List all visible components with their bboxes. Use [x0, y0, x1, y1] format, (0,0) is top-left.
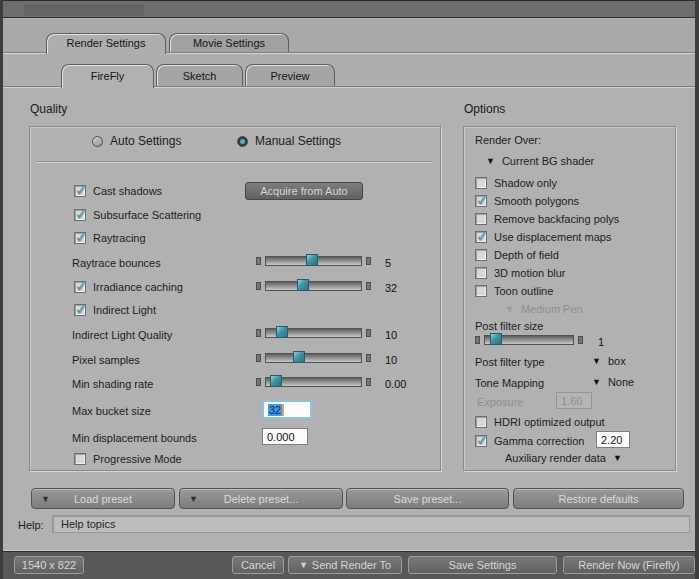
delete-preset-button[interactable]: ▼ Delete preset... [179, 488, 343, 509]
restore-defaults-label: Restore defaults [558, 493, 638, 505]
slider-left-cap[interactable] [256, 282, 261, 290]
post-filter-size-slider[interactable] [475, 335, 583, 345]
title-bar[interactable] [1, 1, 698, 18]
render-over-dropdown[interactable]: ▼ Current BG shader [486, 154, 594, 168]
use-displacement-checkbox[interactable] [475, 231, 487, 243]
hdri-checkbox[interactable] [475, 416, 487, 428]
render-now-button[interactable]: Render Now (Firefly) [563, 556, 695, 574]
use-displacement-label: Use displacement maps [494, 231, 611, 243]
slider-left-cap[interactable] [256, 378, 261, 386]
shadow-only-checkbox[interactable] [475, 177, 487, 189]
delete-preset-label: Delete preset... [224, 493, 299, 505]
tone-mapping-dropdown[interactable]: ▼ None [592, 375, 634, 389]
raytracing-checkbox[interactable] [74, 232, 86, 244]
help-topics-text: Help topics [61, 518, 115, 530]
tab-preview[interactable]: Preview [245, 64, 335, 86]
help-topics-field[interactable]: Help topics [52, 515, 690, 533]
auto-settings-radio[interactable] [92, 136, 103, 147]
render-dimensions-button[interactable]: 1540 x 822 [14, 556, 84, 574]
toon-pen-dropdown[interactable]: ▼ Medium Pen [505, 302, 583, 316]
post-filter-type-dropdown[interactable]: ▼ box [592, 354, 626, 368]
load-preset-button[interactable]: ▼ Load preset [31, 488, 175, 509]
slider-track[interactable] [265, 328, 362, 338]
slider-right-cap[interactable] [366, 329, 371, 337]
remove-backfacing-label: Remove backfacing polys [494, 213, 619, 225]
quality-divider [37, 161, 433, 162]
motion-blur-label: 3D motion blur [494, 267, 566, 279]
min-shading-rate-slider[interactable] [256, 377, 371, 387]
slider-track[interactable] [265, 377, 362, 387]
progressive-mode-checkbox[interactable] [74, 453, 86, 465]
motion-blur-checkbox[interactable] [475, 267, 487, 279]
slider-right-cap[interactable] [366, 282, 371, 290]
raytrace-bounces-slider[interactable] [256, 256, 371, 266]
depth-of-field-checkbox[interactable] [475, 249, 487, 261]
indirect-light-quality-slider[interactable] [256, 328, 371, 338]
slider-track[interactable] [484, 335, 574, 345]
tab-movie-settings[interactable]: Movie Settings [169, 33, 289, 52]
manual-settings-radio[interactable] [237, 136, 248, 147]
exposure-label: Exposure [477, 396, 523, 408]
slider-left-cap[interactable] [256, 329, 261, 337]
pixel-samples-label: Pixel samples [72, 354, 140, 366]
tab-firefly[interactable]: FireFly [61, 64, 154, 88]
chevron-down-icon: ▼ [505, 304, 514, 314]
pixel-samples-slider[interactable] [256, 353, 371, 363]
min-shading-rate-label: Min shading rate [72, 378, 153, 390]
slider-thumb[interactable] [270, 375, 282, 387]
smooth-polygons-row: Smooth polygons [475, 194, 579, 208]
hdri-row: HDRI optimized output [475, 415, 605, 429]
remove-backfacing-row: Remove backfacing polys [475, 212, 619, 226]
slider-right-cap[interactable] [366, 354, 371, 362]
slider-thumb[interactable] [276, 326, 288, 338]
slider-track[interactable] [265, 281, 362, 291]
slider-right-cap[interactable] [366, 378, 371, 386]
tab-sketch[interactable]: Sketch [156, 64, 243, 86]
exposure-input[interactable]: 1.60 [556, 392, 592, 409]
remove-backfacing-checkbox[interactable] [475, 213, 487, 225]
indirect-light-row: Indirect Light [74, 303, 156, 317]
indirect-light-checkbox[interactable] [74, 304, 86, 316]
slider-thumb[interactable] [293, 351, 305, 363]
irradiance-checkbox[interactable] [74, 281, 86, 293]
smooth-polygons-checkbox[interactable] [475, 195, 487, 207]
cast-shadows-label: Cast shadows [93, 185, 162, 197]
slider-right-cap[interactable] [578, 336, 583, 344]
save-preset-button[interactable]: Save preset... [346, 488, 509, 509]
pixel-samples-value: 10 [385, 354, 397, 366]
cancel-button[interactable]: Cancel [232, 556, 284, 574]
slider-left-cap[interactable] [256, 354, 261, 362]
slider-thumb[interactable] [306, 254, 318, 266]
cast-shadows-checkbox[interactable] [74, 185, 86, 197]
auxiliary-render-data-dropdown[interactable]: Auxiliary render data ▼ [505, 451, 622, 465]
post-filter-type-label: Post filter type [475, 356, 545, 368]
slider-thumb[interactable] [297, 279, 309, 291]
render-over-label: Render Over: [475, 134, 541, 146]
save-settings-button[interactable]: Save Settings [408, 556, 557, 574]
restore-defaults-button[interactable]: Restore defaults [513, 488, 684, 509]
subsurface-label: Subsurface Scattering [93, 209, 201, 221]
slider-track[interactable] [265, 256, 362, 266]
slider-right-cap[interactable] [366, 257, 371, 265]
max-bucket-size-input[interactable]: 32 [262, 400, 312, 419]
slider-track[interactable] [265, 353, 362, 363]
send-render-to-button[interactable]: ▼ Send Render To [288, 556, 402, 574]
depth-of-field-label: Depth of field [494, 249, 559, 261]
slider-thumb[interactable] [490, 333, 502, 345]
gamma-checkbox[interactable] [475, 435, 487, 447]
slider-left-cap[interactable] [475, 336, 480, 344]
acquire-from-auto-button[interactable]: Acquire from Auto [245, 182, 363, 200]
chevron-down-icon: ▼ [189, 494, 198, 504]
toon-pen-value: Medium Pen [521, 303, 583, 315]
min-displacement-bounds-input[interactable]: 0.000 [262, 428, 308, 445]
tab-render-settings[interactable]: Render Settings [46, 33, 166, 54]
min-displacement-bounds-label: Min displacement bounds [72, 432, 197, 444]
subsurface-checkbox[interactable] [74, 209, 86, 221]
gamma-input[interactable]: 2.20 [596, 431, 630, 448]
irradiance-slider[interactable] [256, 281, 371, 291]
depth-of-field-row: Depth of field [475, 248, 559, 262]
toon-outline-checkbox[interactable] [475, 285, 487, 297]
irradiance-value: 32 [385, 282, 397, 294]
indirect-light-quality-label: Indirect Light Quality [72, 329, 172, 341]
slider-left-cap[interactable] [256, 257, 261, 265]
